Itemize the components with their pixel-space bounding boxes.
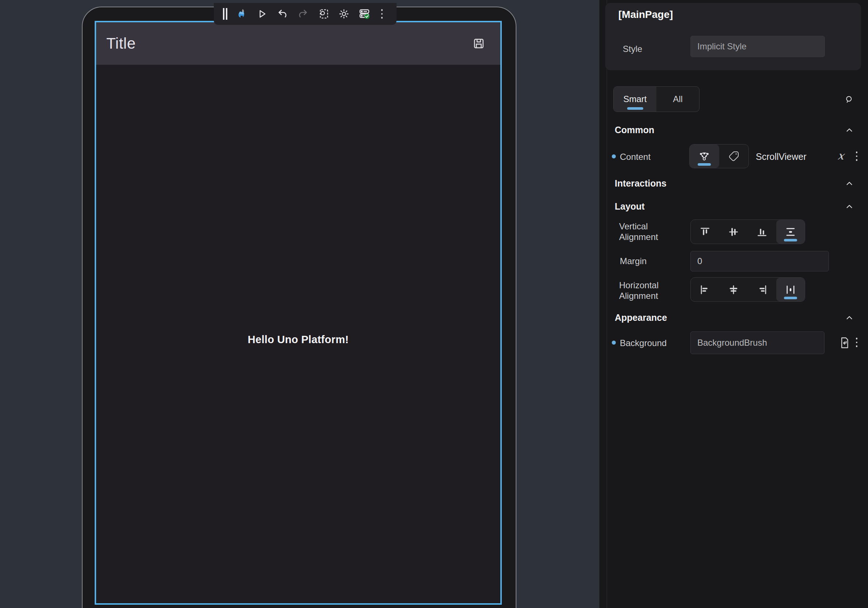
navigation-bar[interactable]: Title (96, 22, 500, 65)
dev-server-status-icon[interactable] (354, 3, 375, 25)
align-hcenter-icon (727, 283, 740, 296)
content-options-button[interactable] (855, 151, 858, 161)
valign-stretch-button[interactable] (776, 220, 805, 244)
horizontal-alignment-label: Horizontal Alignment (619, 280, 677, 301)
background-options-button[interactable] (855, 337, 858, 347)
hot-reload-flame-icon[interactable] (231, 3, 252, 25)
element-inspector-button[interactable] (313, 3, 334, 25)
halign-left-button[interactable] (691, 278, 719, 302)
content-mode-indicator (698, 163, 711, 166)
undo-button[interactable] (272, 3, 293, 25)
save-button[interactable] (470, 35, 487, 52)
margin-input[interactable] (690, 251, 829, 271)
valign-bottom-button[interactable] (748, 220, 776, 244)
hello-text[interactable]: Hello Uno Platform! (96, 334, 500, 346)
chevron-up-icon (845, 179, 854, 188)
tab-smart[interactable]: Smart (614, 87, 656, 112)
background-input[interactable] (690, 331, 825, 354)
search-icon (844, 94, 855, 105)
margin-label: Margin (620, 256, 646, 266)
collapse-interactions-button[interactable] (843, 178, 856, 189)
vertical-alignment-group (690, 219, 805, 244)
hot-design-surface: Title Hello Uno Platform! (0, 0, 868, 608)
content-modified-dot (612, 154, 616, 159)
section-interactions: Interactions (615, 178, 666, 189)
redo-button[interactable] (293, 3, 313, 25)
halign-selected-indicator (784, 297, 797, 299)
section-appearance: Appearance (615, 313, 667, 323)
play-button[interactable] (252, 3, 272, 25)
chevron-up-icon (845, 202, 854, 211)
valign-selected-indicator (784, 239, 797, 241)
tab-all-label: All (673, 94, 683, 104)
collapse-common-button[interactable] (843, 125, 856, 136)
mainpage-selected-element[interactable]: Title Hello Uno Platform! (95, 21, 502, 605)
chevron-up-icon (845, 313, 854, 323)
selected-element-name: [MainPage] (618, 9, 673, 20)
align-bottom-icon (756, 226, 768, 238)
theme-toggle-button[interactable] (334, 3, 354, 25)
chevron-up-icon (845, 126, 854, 135)
stretch-vertical-icon (784, 226, 797, 238)
style-input[interactable] (690, 36, 825, 57)
bind-expression-icon[interactable]: 𝑥 (838, 149, 844, 162)
overflow-menu-button[interactable] (375, 3, 389, 25)
tab-smart-label: Smart (623, 94, 646, 104)
collapse-appearance-button[interactable] (843, 313, 856, 323)
hot-design-toolbar (214, 3, 397, 25)
search-properties-button[interactable] (842, 92, 857, 107)
align-right-icon (756, 283, 768, 296)
valign-top-button[interactable] (691, 220, 719, 244)
property-filter-tabs: Smart All (613, 86, 699, 112)
page-content[interactable]: Hello Uno Platform! (96, 65, 500, 603)
halign-center-button[interactable] (719, 278, 748, 302)
tab-all[interactable]: All (656, 87, 699, 112)
section-common: Common (615, 125, 654, 135)
properties-panel: [MainPage] Style Smart All Common (599, 0, 868, 608)
halign-stretch-button[interactable] (776, 278, 805, 302)
align-top-icon (699, 226, 711, 238)
vertical-alignment-label: Vertical Alignment (619, 221, 677, 242)
halign-right-button[interactable] (748, 278, 776, 302)
content-mode-tag[interactable] (719, 145, 749, 168)
align-vcenter-icon (727, 226, 740, 238)
content-mode-toggle (689, 144, 749, 168)
style-label: Style (623, 44, 642, 54)
background-modified-dot (612, 341, 616, 345)
element-tree-icon (698, 150, 710, 162)
selected-element-card: [MainPage] Style (605, 3, 861, 70)
section-layout: Layout (615, 201, 645, 212)
collapse-layout-button[interactable] (843, 201, 856, 212)
drag-handle-icon[interactable] (219, 3, 231, 25)
horizontal-alignment-group (690, 277, 805, 302)
background-label: Background (620, 338, 666, 348)
align-left-icon (699, 283, 711, 296)
content-value: ScrollViewer (756, 151, 806, 162)
resource-link-icon[interactable] (838, 336, 851, 350)
stretch-horizontal-icon (784, 283, 797, 296)
active-tab-indicator (627, 107, 643, 110)
save-icon (472, 37, 486, 50)
content-label: Content (620, 152, 651, 162)
content-mode-element[interactable] (690, 145, 719, 168)
valign-center-button[interactable] (719, 220, 748, 244)
tag-icon (728, 150, 740, 162)
page-title: Title (106, 35, 136, 52)
